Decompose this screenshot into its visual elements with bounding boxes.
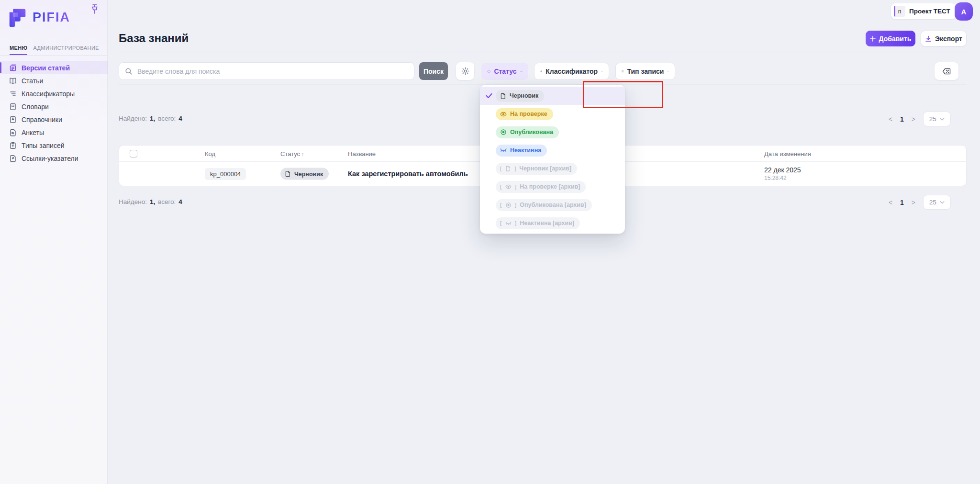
row-time-value: 15:28:42 <box>764 175 801 181</box>
sidebar-tabs: МЕНЮ АДМИНИСТРИРОВАНИЕ <box>0 45 108 56</box>
eye-circle-icon <box>505 203 512 208</box>
found-label: Найдено: <box>119 115 147 122</box>
backspace-icon <box>942 68 951 75</box>
page-size-select[interactable]: 25 <box>923 112 951 126</box>
current-page: 1 <box>900 199 904 206</box>
gear-icon <box>461 67 469 75</box>
eye-circle-icon <box>500 129 507 135</box>
column-header-title[interactable]: Название <box>348 150 376 157</box>
clear-filters-button[interactable] <box>935 62 958 80</box>
status-badge: [ ] Неактивна [архив] <box>496 217 580 229</box>
page-title: База знаний <box>119 32 189 45</box>
status-option-inactive-archive[interactable]: [ ] Неактивна [архив] <box>480 214 625 232</box>
filter-classifier[interactable]: Классификатор <box>534 63 609 80</box>
select-all-checkbox[interactable] <box>130 150 137 158</box>
app-root: PIFIA МЕНЮ АДМИНИСТРИРОВАНИЕ Версии стат… <box>0 0 980 484</box>
bracket: ] <box>514 166 516 171</box>
chevron-down-icon <box>667 70 669 73</box>
search-icon <box>125 68 133 75</box>
sidebar-item-label: Словари <box>22 103 49 111</box>
current-page: 1 <box>900 115 904 123</box>
status-option-label: На проверке [архив] <box>520 183 580 190</box>
column-header-date[interactable]: Дата изменения <box>764 150 811 157</box>
sidebar-item-label: Анкеты <box>22 129 44 136</box>
search-settings-button[interactable] <box>456 62 474 80</box>
page-size-value: 25 <box>929 115 936 123</box>
sidebar-item-questionnaires[interactable]: Анкеты <box>0 126 108 139</box>
eye-closed-icon <box>505 221 512 225</box>
column-header-code[interactable]: Код <box>205 150 215 157</box>
status-option-label: Черновик <box>510 92 538 99</box>
tab-administration[interactable]: АДМИНИСТРИРОВАНИЕ <box>33 45 99 55</box>
record-types-clipboard-icon <box>9 142 17 149</box>
status-option-label: Опубликована [архив] <box>520 202 586 208</box>
sidebar-item-classifiers[interactable]: Классификаторы <box>0 87 108 100</box>
search-button[interactable]: Поиск <box>419 62 448 80</box>
questionnaire-doc-icon <box>9 129 17 136</box>
logo-text: PIFIA <box>33 10 70 25</box>
draft-file-icon <box>500 93 506 99</box>
prev-page-button[interactable]: < <box>888 199 893 206</box>
pin-sidebar-icon[interactable] <box>90 3 100 15</box>
prev-page-button[interactable]: < <box>888 115 893 123</box>
column-header-status[interactable]: Статус↑ <box>280 150 304 157</box>
status-option-review[interactable]: На проверке <box>480 105 625 123</box>
dictionary-book-icon <box>9 103 17 111</box>
pifia-logo: PIFIA <box>7 6 70 28</box>
status-option-inactive[interactable]: Неактивна <box>480 141 625 159</box>
bracket: [ <box>500 184 502 190</box>
row-date-value: 22 дек 2025 <box>764 166 801 174</box>
add-button[interactable]: Добавить <box>866 31 915 46</box>
sidebar-item-article-versions[interactable]: Версии статей <box>0 61 108 74</box>
results-summary-bottom: Найдено: 1, всего: 4 <box>119 198 182 205</box>
status-option-published[interactable]: Опубликована <box>480 123 625 141</box>
sidebar-item-dictionaries[interactable]: Словари <box>0 100 108 113</box>
filter-record-type[interactable]: Тип записи <box>615 63 675 80</box>
status-badge: Неактивна <box>496 145 547 157</box>
page-size-value: 25 <box>929 199 936 206</box>
status-dropdown: Черновик На проверке Опубликована Неакти… <box>480 85 625 234</box>
status-option-label: Неактивна <box>510 147 541 154</box>
next-page-button[interactable]: > <box>911 115 916 123</box>
row-code-badge: kp_000004 <box>205 168 246 180</box>
found-value: 1, <box>150 198 155 205</box>
status-badge: Черновик <box>496 90 544 102</box>
bracket: ] <box>515 202 517 208</box>
sidebar-item-label: Версии статей <box>22 64 70 72</box>
status-option-review-archive[interactable]: [ ] На проверке [архив] <box>480 178 625 196</box>
next-page-button[interactable]: > <box>911 199 916 206</box>
sidebar-item-label: Статьи <box>22 77 43 85</box>
sidebar-item-label: Ссылки-указатели <box>22 155 78 162</box>
sidebar-item-references[interactable]: Справочники <box>0 113 108 126</box>
filter-status[interactable]: Статус <box>481 63 528 80</box>
reference-book-icon <box>9 116 17 124</box>
status-badge: [ ] Опубликована [архив] <box>496 199 592 211</box>
export-button-label: Экспорт <box>935 35 962 43</box>
tab-menu[interactable]: МЕНЮ <box>10 45 27 55</box>
draft-file-icon <box>285 171 291 177</box>
status-option-label: Неактивна [архив] <box>520 220 574 226</box>
sidebar-item-articles[interactable]: Статьи <box>0 74 108 87</box>
article-versions-icon <box>9 64 17 72</box>
status-option-draft[interactable]: Черновик <box>480 87 625 105</box>
found-value: 1, <box>150 115 155 122</box>
check-icon <box>486 93 492 99</box>
status-option-published-archive[interactable]: [ ] Опубликована [архив] <box>480 196 625 214</box>
sidebar-item-record-types[interactable]: Типы записей <box>0 139 108 152</box>
pagination-top: < 1 > 25 <box>888 112 951 126</box>
main-content: База знаний Добавить Экспорт Поиск Стату… <box>108 0 980 484</box>
export-button[interactable]: Экспорт <box>921 31 967 46</box>
chevron-down-icon <box>601 70 603 73</box>
header-divider <box>119 53 967 53</box>
search-input[interactable] <box>137 68 408 75</box>
bracket: [ <box>500 202 502 208</box>
bracket: [ <box>500 166 502 171</box>
eye-icon <box>500 112 507 117</box>
results-summary-top: Найдено: 1, всего: 4 <box>119 115 182 122</box>
column-header-status-label: Статус <box>280 150 300 157</box>
page-size-select[interactable]: 25 <box>923 195 951 210</box>
status-option-draft-archive[interactable]: [ ] Черновик [архив] <box>480 159 625 178</box>
row-status-badge: Черновик <box>280 168 329 180</box>
sidebar-item-label: Классификаторы <box>22 90 75 98</box>
sidebar-item-link-pointers[interactable]: Ссылки-указатели <box>0 152 108 165</box>
